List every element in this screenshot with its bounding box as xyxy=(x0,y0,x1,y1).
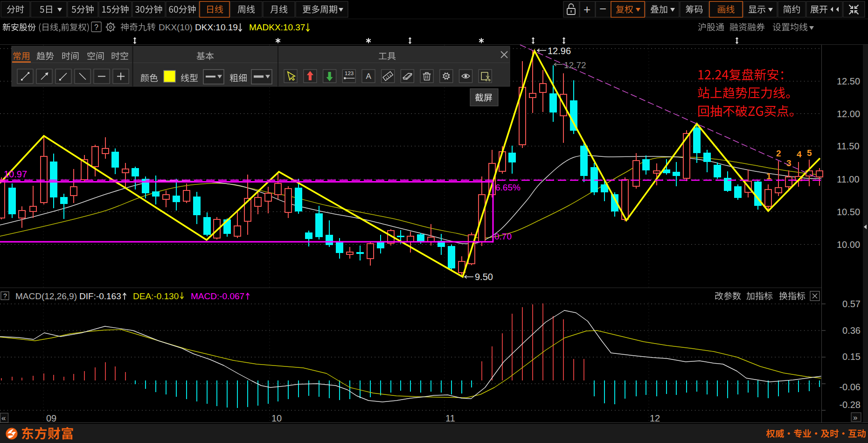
svg-text:3: 3 xyxy=(786,158,792,168)
svg-text:10.50: 10.50 xyxy=(837,207,860,217)
svg-text:10.97: 10.97 xyxy=(4,169,27,179)
svg-text:6.65%: 6.65% xyxy=(495,183,521,192)
svg-text:0.57: 0.57 xyxy=(842,299,861,309)
svg-text:DKX:10.19: DKX:10.19 xyxy=(195,22,238,32)
svg-text:A: A xyxy=(366,72,372,81)
svg-text:MADKX:10.37: MADKX:10.37 xyxy=(249,22,305,32)
svg-text:2: 2 xyxy=(776,148,781,158)
svg-text:+: + xyxy=(583,2,590,16)
svg-text:11: 11 xyxy=(445,413,455,423)
svg-text:?: ? xyxy=(94,23,98,31)
svg-text:-0.06: -0.06 xyxy=(839,382,861,392)
svg-text:12.72: 12.72 xyxy=(564,60,586,70)
svg-text:0.36: 0.36 xyxy=(842,325,861,336)
svg-text:0.70: 0.70 xyxy=(494,232,512,241)
svg-text:9.50: 9.50 xyxy=(475,272,493,282)
svg-text:MACD(12,26,9): MACD(12,26,9) xyxy=(15,291,77,301)
svg-text:-0.28: -0.28 xyxy=(839,400,861,410)
svg-text:11.50: 11.50 xyxy=(837,141,860,151)
svg-text:1: 1 xyxy=(766,171,771,181)
svg-text:0.15: 0.15 xyxy=(842,352,861,362)
svg-text:?: ? xyxy=(3,292,7,300)
svg-text:123: 123 xyxy=(345,70,354,76)
svg-text:11.00: 11.00 xyxy=(837,174,860,184)
svg-text:4: 4 xyxy=(797,149,802,159)
svg-text:12: 12 xyxy=(650,413,660,423)
svg-text:DEA:-0.130: DEA:-0.130 xyxy=(133,291,179,301)
svg-text:«: « xyxy=(1,414,6,422)
svg-text:DKX(10): DKX(10) xyxy=(159,22,193,32)
svg-text:09: 09 xyxy=(46,413,56,423)
svg-text:10.00: 10.00 xyxy=(837,239,860,250)
svg-text:5: 5 xyxy=(807,148,812,158)
svg-text:MACD:-0.067: MACD:-0.067 xyxy=(191,291,244,301)
svg-text:DIF:-0.163: DIF:-0.163 xyxy=(79,291,121,301)
svg-text:»: » xyxy=(853,413,857,422)
svg-text:−: − xyxy=(599,2,606,16)
svg-text:12.96: 12.96 xyxy=(548,46,571,56)
svg-text:12.50: 12.50 xyxy=(837,76,860,86)
svg-text:12.00: 12.00 xyxy=(837,109,860,119)
svg-text:10: 10 xyxy=(271,413,282,423)
